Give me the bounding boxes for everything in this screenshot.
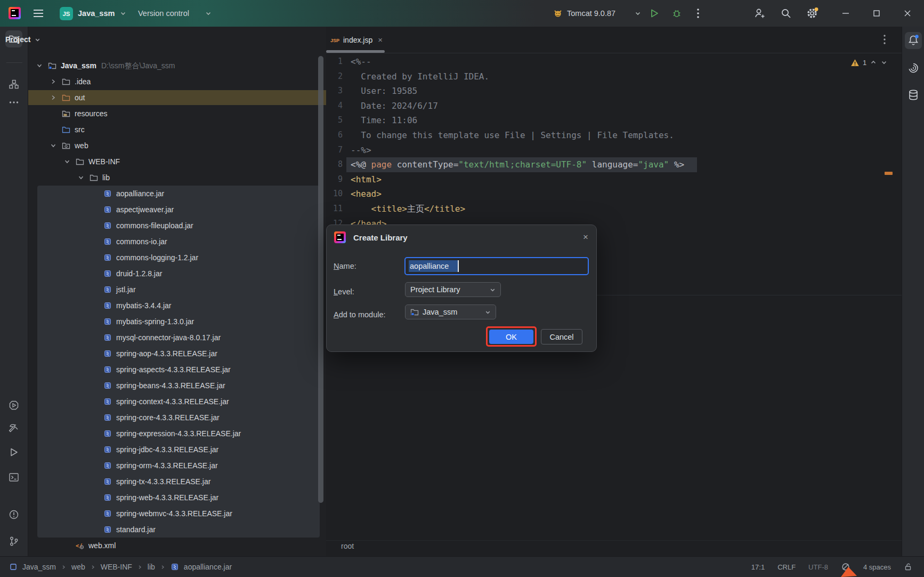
code-line-2[interactable]: Created by IntelliJ IDEA.: [351, 69, 489, 84]
tree-row-spring-core-4.3.3.RELEASE.jar[interactable]: spring-core-4.3.3.RELEASE.jar: [28, 410, 326, 426]
code-line-1[interactable]: <%--: [351, 54, 371, 69]
cancel-button[interactable]: Cancel: [541, 329, 582, 344]
error-stripe-warning-mark[interactable]: [885, 172, 893, 175]
tree-row-spring-context-4.3.3.RELEASE.jar[interactable]: spring-context-4.3.3.RELEASE.jar: [28, 394, 326, 410]
caret-position-widget[interactable]: 17:1: [751, 563, 765, 571]
search-everywhere-button[interactable]: [780, 0, 792, 27]
code-line-3[interactable]: User: 19585: [351, 84, 417, 99]
services-tool-button[interactable]: [5, 397, 22, 414]
code-line-4[interactable]: Date: 2024/6/17: [351, 99, 438, 114]
tree-chevron-down-icon[interactable]: [63, 157, 71, 166]
indent-widget[interactable]: 4 spaces: [863, 563, 891, 571]
tree-row-spring-webmvc-4.3.3.RELEASE.jar[interactable]: spring-webmvc-4.3.3.RELEASE.jar: [28, 506, 326, 522]
database-tool-button[interactable]: [905, 86, 922, 103]
status-breadcrumb-item[interactable]: Java_ssm: [22, 563, 56, 571]
tree-chevron-right-icon[interactable]: [49, 93, 58, 102]
code-line-10[interactable]: <head>: [351, 187, 382, 202]
project-header-chevron-icon[interactable]: [34, 36, 41, 43]
more-actions-button[interactable]: [697, 0, 699, 27]
run-tool-button[interactable]: [5, 444, 22, 461]
maximize-button[interactable]: [864, 0, 889, 27]
tree-row-mysql-connector-java-8.0.17.jar[interactable]: mysql-connector-java-8.0.17.jar: [28, 330, 326, 346]
debug-button[interactable]: [671, 0, 682, 27]
status-breadcrumb-item[interactable]: lib: [148, 563, 155, 571]
project-widget[interactable]: Java_ssm: [78, 0, 115, 27]
tree-row-spring-jdbc-4.3.3.RELEASE.jar[interactable]: spring-jdbc-4.3.3.RELEASE.jar: [28, 442, 326, 458]
unlock-icon[interactable]: [904, 562, 912, 572]
minimize-button[interactable]: [833, 0, 858, 27]
line-separator-widget[interactable]: CRLF: [777, 563, 796, 571]
tree-row-spring-aspects-4.3.3.RELEASE.jar[interactable]: spring-aspects-4.3.3.RELEASE.jar: [28, 362, 326, 378]
encoding-widget[interactable]: UTF-8: [808, 563, 828, 571]
tree-row-jstl.jar[interactable]: jstl.jar: [28, 282, 326, 298]
project-panel-header[interactable]: Project: [5, 28, 41, 51]
tree-chevron-right-icon[interactable]: [49, 77, 58, 86]
breadcrumb-root[interactable]: root: [341, 542, 354, 550]
code-line-8[interactable]: <%@ page contentType="text/html;charset=…: [351, 157, 684, 172]
dialog-close-button[interactable]: ×: [579, 230, 593, 244]
code-line-7[interactable]: --%>: [351, 143, 371, 158]
tab-close-icon[interactable]: ×: [378, 35, 383, 44]
ai-tool-button[interactable]: [905, 60, 922, 77]
run-config-chevron-icon[interactable]: [634, 0, 642, 27]
status-breadcrumb-item[interactable]: aopalliance.jar: [184, 563, 232, 571]
tree-row-out[interactable]: out: [28, 90, 326, 106]
tree-row-spring-orm-4.3.3.RELEASE.jar[interactable]: spring-orm-4.3.3.RELEASE.jar: [28, 458, 326, 474]
tree-row-mybatis-spring-1.3.0.jar[interactable]: mybatis-spring-1.3.0.jar: [28, 314, 326, 330]
settings-button[interactable]: [806, 0, 818, 27]
bell-tool-button[interactable]: [905, 32, 922, 49]
structure-tool-button[interactable]: [5, 76, 22, 93]
tree-row-web[interactable]: web: [28, 138, 326, 154]
tree-row-web.xml[interactable]: </web.xml: [28, 538, 326, 554]
build-tool-button[interactable]: [5, 420, 22, 437]
run-button[interactable]: [649, 0, 660, 27]
tree-row-commons-logging-1.2.jar[interactable]: commons-logging-1.2.jar: [28, 250, 326, 266]
tree-row-spring-tx-4.3.3.RELEASE.jar[interactable]: spring-tx-4.3.3.RELEASE.jar: [28, 474, 326, 490]
tree-row-spring-expression-4.3.3.RELEASE.jar[interactable]: spring-expression-4.3.3.RELEASE.jar: [28, 426, 326, 442]
tree-row-commons-fileupload.jar[interactable]: commons-fileupload.jar: [28, 218, 326, 234]
tree-row-aspectjweaver.jar[interactable]: aspectjweaver.jar: [28, 202, 326, 218]
problems-tool-button[interactable]: [5, 506, 22, 523]
main-menu-button[interactable]: [33, 0, 44, 27]
tree-row-resources[interactable]: resources: [28, 106, 326, 122]
close-window-button[interactable]: [895, 0, 920, 27]
vcs-widget-chevron-icon[interactable]: [205, 0, 212, 27]
tree-row-src[interactable]: src: [28, 122, 326, 138]
run-configuration-widget[interactable]: Tomcat 9.0.87: [567, 0, 615, 27]
project-scrollbar-thumb[interactable]: [318, 56, 323, 503]
prev-problem-icon[interactable]: [870, 59, 877, 66]
project-widget-chevron-icon[interactable]: [119, 0, 127, 27]
code-line-9[interactable]: <html>: [351, 172, 382, 187]
module-dropdown[interactable]: Java_ssm: [405, 304, 496, 319]
tree-chevron-down-icon[interactable]: [35, 61, 44, 70]
tree-row-commons-io.jar[interactable]: commons-io.jar: [28, 234, 326, 250]
tree-row-druid-1.2.8.jar[interactable]: druid-1.2.8.jar: [28, 266, 326, 282]
status-breadcrumb-item[interactable]: web: [71, 563, 85, 571]
tree-row-Java_ssm[interactable]: Java_ssmD:\ssm整合\Java_ssm: [28, 58, 326, 74]
intellij-logo-icon[interactable]: [9, 7, 21, 19]
ok-button[interactable]: OK: [489, 330, 533, 344]
tree-chevron-down-icon[interactable]: [49, 141, 58, 150]
tree-chevron-down-icon[interactable]: [77, 173, 85, 182]
library-name-input[interactable]: aopalliance: [404, 257, 589, 275]
tree-row-spring-beans-4.3.3.RELEASE.jar[interactable]: spring-beans-4.3.3.RELEASE.jar: [28, 378, 326, 394]
code-line-5[interactable]: Time: 11:06: [351, 113, 417, 128]
code-with-me-button[interactable]: [753, 0, 766, 27]
tree-row-spring-aop-4.3.3.RELEASE.jar[interactable]: spring-aop-4.3.3.RELEASE.jar: [28, 346, 326, 362]
tree-row-WEB-INF[interactable]: WEB-INF: [28, 154, 326, 170]
next-problem-icon[interactable]: [880, 59, 888, 66]
status-breadcrumb-item[interactable]: WEB-INF: [101, 563, 132, 571]
tree-row-lib[interactable]: lib: [28, 170, 326, 186]
inspections-widget[interactable]: 1: [850, 57, 888, 68]
tree-row-standard.jar[interactable]: standard.jar: [28, 522, 326, 538]
code-line-11[interactable]: <title>主页</title>: [351, 202, 465, 217]
tree-row-mybatis-3.4.4.jar[interactable]: mybatis-3.4.4.jar: [28, 298, 326, 314]
tree-row-.idea[interactable]: .idea: [28, 74, 326, 90]
project-icon-badge[interactable]: JS: [60, 7, 73, 20]
tree-row-spring-web-4.3.3.RELEASE.jar[interactable]: spring-web-4.3.3.RELEASE.jar: [28, 490, 326, 506]
more-tool-button[interactable]: [5, 94, 22, 111]
tree-row-aopalliance.jar[interactable]: aopalliance.jar: [28, 186, 326, 202]
code-line-6[interactable]: To change this template use File | Setti…: [351, 128, 674, 143]
vcs-widget[interactable]: Version control: [138, 0, 189, 27]
git-tool-button[interactable]: [5, 533, 22, 550]
